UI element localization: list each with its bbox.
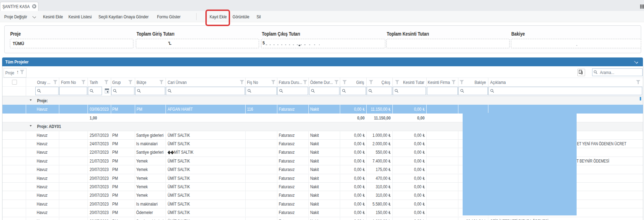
- svg-text:?: ?: [169, 151, 170, 154]
- svg-text:?: ?: [172, 151, 173, 154]
